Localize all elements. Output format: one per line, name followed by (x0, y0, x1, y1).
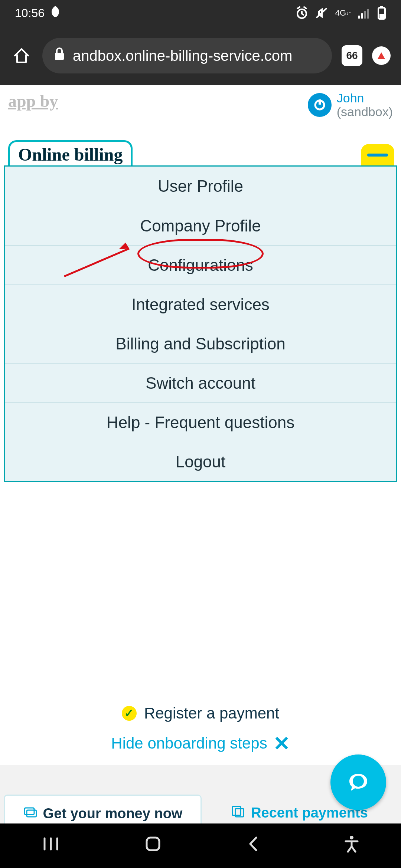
menu-item-integrated-services[interactable]: Integrated services (5, 285, 396, 324)
svg-rect-8 (55, 53, 64, 60)
menu-item-logout[interactable]: Logout (5, 442, 396, 481)
browser-update-button[interactable] (372, 46, 391, 65)
svg-point-19 (353, 776, 364, 787)
browser-home-button[interactable] (10, 45, 33, 67)
payments-icon (231, 805, 246, 821)
close-icon: ✕ (273, 732, 290, 755)
app-by-label: app by (8, 91, 58, 111)
svg-rect-23 (147, 838, 159, 850)
user-name: John (337, 91, 393, 105)
app-logo[interactable]: Online billing (8, 140, 133, 167)
arrow-up-icon (378, 52, 385, 59)
recents-button[interactable] (42, 835, 60, 857)
alarm-icon (295, 6, 309, 20)
signal-icon (358, 7, 371, 19)
menu-line-icon (367, 154, 388, 157)
battery-icon (377, 6, 386, 20)
menu-item-help-faq[interactable]: Help - Frequent questions (5, 402, 396, 442)
status-time: 10:56 (15, 6, 45, 20)
main-menu-toggle[interactable] (361, 144, 394, 166)
svg-rect-2 (361, 13, 363, 19)
status-bar: 10:56 4G↓↑ (0, 0, 401, 26)
accessibility-button[interactable] (343, 835, 360, 857)
svg-rect-13 (232, 806, 241, 815)
power-icon (308, 93, 332, 117)
svg-rect-3 (364, 11, 366, 19)
svg-rect-1 (358, 16, 360, 19)
hide-onboarding-button[interactable]: Hide onboarding steps ✕ (11, 728, 390, 765)
svg-rect-4 (367, 9, 369, 19)
quicklink-register-payment[interactable]: ✓ Register a payment (11, 698, 390, 728)
user-menu-trigger[interactable]: John (sandbox) (308, 91, 393, 119)
check-icon: ✓ (122, 706, 137, 721)
svg-rect-11 (25, 808, 34, 815)
money-icon (23, 806, 38, 822)
network-4g-icon: 4G↓↑ (335, 9, 351, 17)
svg-rect-12 (27, 810, 36, 817)
chat-button[interactable] (330, 754, 386, 810)
annotation-oval (137, 239, 264, 269)
svg-point-24 (350, 836, 353, 839)
device-nav-bar (0, 823, 401, 868)
svg-rect-10 (319, 99, 321, 105)
tab-count-button[interactable]: 66 (342, 45, 362, 66)
menu-item-billing-subscription[interactable]: Billing and Subscription (5, 324, 396, 363)
address-bar[interactable]: andbox.online-billing-service.com (42, 38, 332, 73)
url-text: andbox.online-billing-service.com (73, 47, 321, 64)
app-indicator-icon (50, 5, 60, 21)
back-button[interactable] (246, 835, 261, 857)
tab-get-money[interactable]: Get your money now (4, 795, 202, 823)
menu-item-switch-account[interactable]: Switch account (5, 363, 396, 402)
lock-icon (53, 47, 65, 65)
home-button[interactable] (143, 834, 163, 858)
annotation-arrow (62, 241, 137, 278)
menu-item-user-profile[interactable]: User Profile (5, 167, 396, 206)
svg-rect-6 (380, 6, 383, 8)
vibrate-mute-icon (315, 6, 329, 20)
svg-rect-7 (379, 14, 384, 18)
chat-icon (345, 769, 371, 795)
user-sandbox-label: (sandbox) (337, 105, 393, 119)
browser-bar: andbox.online-billing-service.com 66 (0, 26, 401, 85)
user-dropdown-menu: User Profile Company Profile Configurati… (4, 165, 397, 482)
page-content: app by John (sandbox) Online billing Use… (0, 85, 401, 823)
